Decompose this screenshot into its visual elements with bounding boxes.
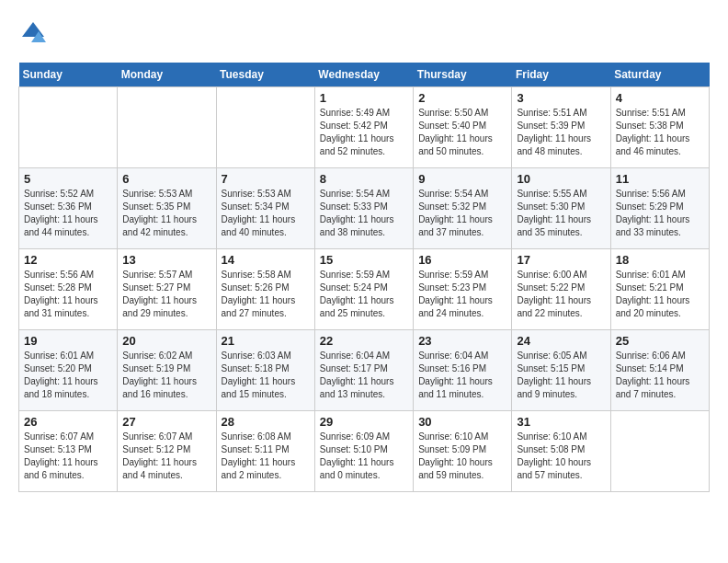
calendar-day-5: 5Sunrise: 5:52 AM Sunset: 5:36 PM Daylig… (19, 168, 118, 249)
day-info: Sunrise: 5:53 AM Sunset: 5:34 PM Dayligh… (222, 188, 310, 239)
day-info: Sunrise: 6:01 AM Sunset: 5:20 PM Dayligh… (24, 350, 112, 401)
day-info: Sunrise: 5:58 AM Sunset: 5:26 PM Dayligh… (222, 269, 310, 320)
day-info: Sunrise: 5:57 AM Sunset: 5:27 PM Dayligh… (122, 269, 210, 320)
day-info: Sunrise: 6:07 AM Sunset: 5:12 PM Dayligh… (122, 431, 210, 482)
day-number: 25 (616, 334, 704, 348)
day-info: Sunrise: 5:52 AM Sunset: 5:36 PM Dayligh… (24, 188, 112, 239)
day-number: 7 (222, 172, 310, 186)
day-number: 11 (616, 172, 704, 186)
day-info: Sunrise: 6:04 AM Sunset: 5:17 PM Dayligh… (320, 350, 408, 401)
calendar-day-27: 27Sunrise: 6:07 AM Sunset: 5:12 PM Dayli… (118, 411, 216, 492)
logo-icon (18, 18, 48, 48)
calendar-empty (216, 87, 314, 168)
day-number: 26 (24, 415, 112, 429)
day-number: 10 (517, 172, 605, 186)
calendar-week-row: 26Sunrise: 6:07 AM Sunset: 5:13 PM Dayli… (19, 411, 710, 492)
day-info: Sunrise: 6:02 AM Sunset: 5:19 PM Dayligh… (122, 350, 210, 401)
header-saturday: Saturday (610, 63, 709, 87)
calendar-day-23: 23Sunrise: 6:04 AM Sunset: 5:16 PM Dayli… (414, 330, 512, 411)
day-number: 21 (222, 334, 310, 348)
calendar-day-19: 19Sunrise: 6:01 AM Sunset: 5:20 PM Dayli… (19, 330, 118, 411)
header-thursday: Thursday (414, 63, 512, 87)
calendar-day-15: 15Sunrise: 5:59 AM Sunset: 5:24 PM Dayli… (314, 249, 413, 330)
day-number: 2 (418, 91, 506, 105)
day-number: 18 (616, 253, 704, 267)
calendar-day-1: 1Sunrise: 5:49 AM Sunset: 5:42 PM Daylig… (314, 87, 413, 168)
day-number: 3 (517, 91, 605, 105)
day-info: Sunrise: 6:03 AM Sunset: 5:18 PM Dayligh… (222, 350, 310, 401)
day-info: Sunrise: 5:51 AM Sunset: 5:39 PM Dayligh… (517, 107, 605, 158)
day-info: Sunrise: 5:54 AM Sunset: 5:32 PM Dayligh… (418, 188, 506, 239)
calendar-day-16: 16Sunrise: 5:59 AM Sunset: 5:23 PM Dayli… (414, 249, 512, 330)
calendar-day-20: 20Sunrise: 6:02 AM Sunset: 5:19 PM Dayli… (118, 330, 216, 411)
calendar-day-22: 22Sunrise: 6:04 AM Sunset: 5:17 PM Dayli… (314, 330, 413, 411)
calendar-day-30: 30Sunrise: 6:10 AM Sunset: 5:09 PM Dayli… (414, 411, 512, 492)
logo (18, 18, 51, 48)
calendar-day-28: 28Sunrise: 6:08 AM Sunset: 5:11 PM Dayli… (216, 411, 314, 492)
day-info: Sunrise: 6:10 AM Sunset: 5:09 PM Dayligh… (418, 431, 506, 482)
day-number: 14 (222, 253, 310, 267)
header-wednesday: Wednesday (314, 63, 413, 87)
calendar-week-row: 12Sunrise: 5:56 AM Sunset: 5:28 PM Dayli… (19, 249, 710, 330)
day-number: 6 (122, 172, 210, 186)
header-friday: Friday (512, 63, 610, 87)
calendar-day-2: 2Sunrise: 5:50 AM Sunset: 5:40 PM Daylig… (414, 87, 512, 168)
day-info: Sunrise: 6:00 AM Sunset: 5:22 PM Dayligh… (517, 269, 605, 320)
day-number: 12 (24, 253, 112, 267)
day-number: 9 (418, 172, 506, 186)
calendar-empty (19, 87, 118, 168)
calendar-day-26: 26Sunrise: 6:07 AM Sunset: 5:13 PM Dayli… (19, 411, 118, 492)
day-number: 16 (418, 253, 506, 267)
calendar-week-row: 1Sunrise: 5:49 AM Sunset: 5:42 PM Daylig… (19, 87, 710, 168)
calendar-day-31: 31Sunrise: 6:10 AM Sunset: 5:08 PM Dayli… (512, 411, 610, 492)
day-info: Sunrise: 5:59 AM Sunset: 5:23 PM Dayligh… (418, 269, 506, 320)
day-info: Sunrise: 5:59 AM Sunset: 5:24 PM Dayligh… (320, 269, 408, 320)
calendar-day-7: 7Sunrise: 5:53 AM Sunset: 5:34 PM Daylig… (216, 168, 314, 249)
calendar-day-4: 4Sunrise: 5:51 AM Sunset: 5:38 PM Daylig… (610, 87, 709, 168)
calendar-table: SundayMondayTuesdayWednesdayThursdayFrid… (18, 63, 710, 492)
day-number: 23 (418, 334, 506, 348)
day-info: Sunrise: 5:56 AM Sunset: 5:28 PM Dayligh… (24, 269, 112, 320)
day-info: Sunrise: 6:01 AM Sunset: 5:21 PM Dayligh… (616, 269, 704, 320)
day-number: 28 (222, 415, 310, 429)
calendar-week-row: 5Sunrise: 5:52 AM Sunset: 5:36 PM Daylig… (19, 168, 710, 249)
day-number: 29 (320, 415, 408, 429)
day-number: 27 (122, 415, 210, 429)
calendar-day-25: 25Sunrise: 6:06 AM Sunset: 5:14 PM Dayli… (610, 330, 709, 411)
day-number: 20 (122, 334, 210, 348)
calendar-day-24: 24Sunrise: 6:05 AM Sunset: 5:15 PM Dayli… (512, 330, 610, 411)
calendar-day-12: 12Sunrise: 5:56 AM Sunset: 5:28 PM Dayli… (19, 249, 118, 330)
calendar-day-3: 3Sunrise: 5:51 AM Sunset: 5:39 PM Daylig… (512, 87, 610, 168)
page-header (18, 18, 710, 48)
calendar-day-10: 10Sunrise: 5:55 AM Sunset: 5:30 PM Dayli… (512, 168, 610, 249)
day-number: 31 (517, 415, 605, 429)
day-number: 8 (320, 172, 408, 186)
day-info: Sunrise: 5:50 AM Sunset: 5:40 PM Dayligh… (418, 107, 506, 158)
day-info: Sunrise: 5:53 AM Sunset: 5:35 PM Dayligh… (122, 188, 210, 239)
day-number: 17 (517, 253, 605, 267)
calendar-day-11: 11Sunrise: 5:56 AM Sunset: 5:29 PM Dayli… (610, 168, 709, 249)
day-number: 19 (24, 334, 112, 348)
day-info: Sunrise: 5:49 AM Sunset: 5:42 PM Dayligh… (320, 107, 408, 158)
day-info: Sunrise: 5:56 AM Sunset: 5:29 PM Dayligh… (616, 188, 704, 239)
calendar-empty (610, 411, 709, 492)
calendar-day-18: 18Sunrise: 6:01 AM Sunset: 5:21 PM Dayli… (610, 249, 709, 330)
day-number: 22 (320, 334, 408, 348)
header-monday: Monday (118, 63, 216, 87)
day-info: Sunrise: 6:07 AM Sunset: 5:13 PM Dayligh… (24, 431, 112, 482)
day-info: Sunrise: 6:05 AM Sunset: 5:15 PM Dayligh… (517, 350, 605, 401)
day-number: 5 (24, 172, 112, 186)
day-info: Sunrise: 5:51 AM Sunset: 5:38 PM Dayligh… (616, 107, 704, 158)
calendar-week-row: 19Sunrise: 6:01 AM Sunset: 5:20 PM Dayli… (19, 330, 710, 411)
day-number: 4 (616, 91, 704, 105)
calendar-header-row: SundayMondayTuesdayWednesdayThursdayFrid… (19, 63, 710, 87)
day-info: Sunrise: 5:54 AM Sunset: 5:33 PM Dayligh… (320, 188, 408, 239)
calendar-day-9: 9Sunrise: 5:54 AM Sunset: 5:32 PM Daylig… (414, 168, 512, 249)
calendar-day-17: 17Sunrise: 6:00 AM Sunset: 5:22 PM Dayli… (512, 249, 610, 330)
day-info: Sunrise: 6:06 AM Sunset: 5:14 PM Dayligh… (616, 350, 704, 401)
day-number: 15 (320, 253, 408, 267)
day-info: Sunrise: 6:04 AM Sunset: 5:16 PM Dayligh… (418, 350, 506, 401)
day-info: Sunrise: 6:08 AM Sunset: 5:11 PM Dayligh… (222, 431, 310, 482)
header-tuesday: Tuesday (216, 63, 314, 87)
day-info: Sunrise: 5:55 AM Sunset: 5:30 PM Dayligh… (517, 188, 605, 239)
